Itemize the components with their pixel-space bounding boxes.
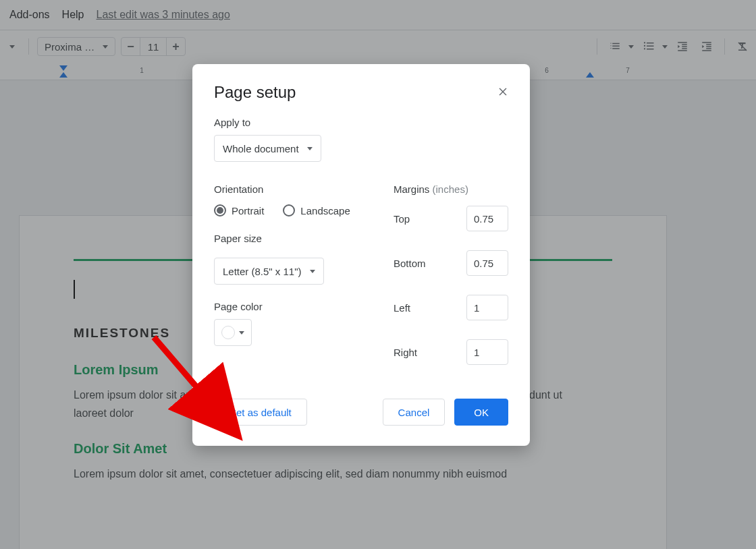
paper-size-select[interactable]: Letter (8.5" x 11") — [214, 258, 324, 285]
radio-icon — [214, 204, 226, 216]
page-color-label: Page color — [214, 301, 372, 312]
bulleted-list-button[interactable] — [639, 37, 658, 56]
margin-right-input[interactable] — [466, 339, 508, 365]
font-name: Proxima N… — [45, 41, 99, 53]
ruler-mark: 6 — [545, 67, 549, 74]
radio-icon — [283, 204, 295, 216]
toolbar-separator — [597, 38, 597, 55]
caret-down-icon — [103, 45, 108, 49]
caret-down-icon[interactable] — [662, 45, 668, 49]
menubar: Add-ons Help Last edit was 3 minutes ago — [0, 0, 756, 30]
page-color-select[interactable] — [214, 319, 252, 346]
menu-help[interactable]: Help — [62, 9, 84, 21]
set-default-button[interactable]: Set as default — [214, 399, 307, 426]
numbered-list-button[interactable] — [605, 37, 624, 56]
indent-increase-button[interactable] — [697, 37, 716, 56]
font-size-input[interactable]: 11 — [140, 38, 166, 55]
close-icon — [497, 86, 508, 97]
cancel-button[interactable]: Cancel — [383, 399, 446, 426]
color-swatch-icon — [221, 326, 235, 339]
ruler-first-line-marker[interactable] — [59, 72, 68, 78]
margin-top-label: Top — [394, 213, 410, 225]
toolbar: Proxima N… − 11 + — [0, 30, 756, 63]
indent-decrease-icon — [676, 40, 688, 53]
orientation-landscape-label: Landscape — [300, 205, 350, 216]
orientation-label: Orientation — [214, 183, 372, 195]
margin-left-input[interactable] — [466, 295, 508, 320]
last-edit-link[interactable]: Last edit was 3 minutes ago — [97, 9, 230, 21]
body-paragraph-2: Lorem ipsum dolor sit amet, consectetuer… — [74, 465, 573, 483]
margin-bottom-input[interactable] — [466, 250, 508, 276]
margin-top-input[interactable] — [466, 206, 508, 231]
caret-down-icon — [307, 147, 313, 150]
font-size-group: − 11 + — [121, 37, 186, 56]
text-cursor — [74, 280, 75, 299]
menu-addons[interactable]: Add-ons — [9, 9, 50, 21]
orientation-portrait-label: Portrait — [232, 205, 264, 216]
clear-formatting-icon — [736, 40, 749, 53]
clear-formatting-button[interactable] — [733, 37, 752, 56]
apply-to-label: Apply to — [214, 117, 508, 128]
paper-size-label: Paper size — [214, 233, 372, 244]
caret-down-icon — [310, 270, 315, 273]
page-setup-dialog: Page setup Apply to Whole document Orien… — [192, 64, 530, 446]
dialog-title: Page setup — [214, 83, 296, 102]
ruler-left-indent-marker[interactable] — [59, 65, 68, 71]
numbered-list-icon — [609, 40, 621, 53]
toolbar-separator — [28, 38, 29, 55]
font-size-decrease[interactable]: − — [122, 38, 140, 55]
ruler-mark: 7 — [626, 67, 630, 74]
apply-to-select[interactable]: Whole document — [214, 135, 321, 162]
paper-size-value: Letter (8.5" x 11") — [223, 266, 302, 277]
font-size-increase[interactable]: + — [166, 38, 185, 55]
margin-left-label: Left — [394, 302, 410, 314]
orientation-portrait-radio[interactable]: Portrait — [214, 204, 264, 216]
toolbar-leading-dropdown[interactable] — [4, 37, 20, 56]
ruler-right-indent-marker[interactable] — [586, 72, 594, 78]
margins-label: Margins (inches) — [394, 183, 508, 195]
ruler-mark: 1 — [140, 67, 144, 74]
font-selector[interactable]: Proxima N… — [37, 37, 115, 56]
apply-to-value: Whole document — [223, 143, 299, 154]
indent-increase-icon — [701, 40, 713, 53]
toolbar-separator — [724, 38, 725, 55]
margin-bottom-label: Bottom — [394, 258, 426, 269]
orientation-landscape-radio[interactable]: Landscape — [283, 204, 350, 216]
ok-button[interactable]: OK — [454, 399, 508, 426]
margin-right-label: Right — [394, 347, 417, 358]
caret-down-icon[interactable] — [628, 45, 634, 49]
indent-decrease-button[interactable] — [673, 37, 692, 56]
bulleted-list-icon — [643, 40, 655, 53]
caret-down-icon — [239, 331, 244, 335]
caret-down-icon — [9, 45, 15, 49]
dialog-close-button[interactable] — [497, 85, 508, 100]
